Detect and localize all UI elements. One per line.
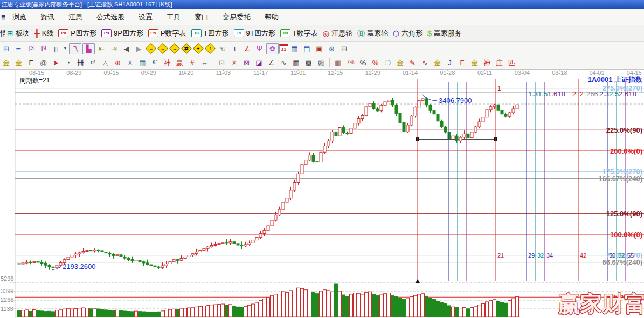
bars-9-icon[interactable]: ∥9 — [38, 44, 49, 54]
next-bar-icon[interactable]: ▶ — [133, 44, 144, 54]
spiral-icon[interactable]: @ — [38, 58, 49, 68]
pink-flower-icon[interactable]: ✿ — [266, 43, 279, 54]
gann-zigzag-icon[interactable]: 〽 — [69, 43, 81, 54]
gold-square-2-icon[interactable]: 金 — [13, 58, 24, 68]
diamond-left-icon[interactable]: ← — [146, 43, 156, 54]
prev-bar-icon[interactable]: ◀ — [121, 44, 132, 54]
p9-square-button[interactable]: P99P四方形 — [101, 29, 143, 38]
gann-wheel-button[interactable]: ◎江恩轮 — [323, 29, 352, 38]
tally-ruler-icon[interactable]: 卌 — [75, 58, 86, 68]
volume-bar — [157, 312, 161, 317]
menu-item-帮助[interactable]: 帮助 — [258, 12, 286, 22]
target-circle-icon[interactable]: ⊕ — [112, 58, 123, 68]
kline-panel-icon[interactable]: ⊞ — [1, 44, 12, 54]
angle-lines-icon[interactable]: ∠ — [266, 58, 277, 68]
n-squared-icon[interactable]: n² — [87, 58, 99, 68]
volume-bar — [259, 301, 262, 317]
menu-item-浏览[interactable]: 浏览 — [5, 12, 33, 22]
ratio-label-row: 266 — [586, 90, 598, 98]
print-icon[interactable]: ⊟ — [338, 44, 350, 54]
gold-square-1-icon[interactable]: 金 — [1, 58, 12, 68]
ying-tool-icon[interactable]: 赢 — [174, 58, 185, 68]
kline-button[interactable]: ╫K线 — [34, 29, 54, 38]
k-quote-icon[interactable]: K″ — [149, 58, 161, 68]
diamond-updown-icon[interactable]: ↕ — [205, 43, 216, 54]
menu-item-公式选股[interactable]: 公式选股 — [89, 12, 131, 22]
candle-style-icon[interactable]: ▯ — [50, 44, 61, 54]
menu-item-设置[interactable]: 设置 — [131, 12, 160, 22]
p-square-button[interactable]: P8P四方形 — [58, 29, 96, 38]
box-corner-icon[interactable]: ◪ — [253, 58, 265, 68]
red-wave-icon[interactable]: ∿ — [419, 58, 431, 68]
bars-3-icon[interactable]: ∥3 — [25, 44, 37, 54]
t-number-table-button[interactable]: TNT数字表 — [280, 29, 318, 38]
menu-item-交易委托[interactable]: 交易委托 — [216, 12, 258, 22]
sector-button[interactable]: ⊞板块 — [7, 29, 30, 38]
t-square-button[interactable]: T8T四方形 — [191, 29, 229, 38]
ruler-123-icon[interactable]: # — [186, 58, 198, 68]
f-ruler-icon[interactable]: F — [25, 58, 37, 68]
quote-list-icon[interactable]: ≣ — [13, 44, 24, 54]
t9-square-button[interactable]: T99T四方形 — [234, 29, 275, 38]
color-chart-icon[interactable]: ▙ — [82, 43, 95, 54]
diamond-leftright-icon[interactable]: ↔ — [169, 43, 180, 54]
radial-web-icon[interactable]: ✳ — [124, 58, 136, 68]
hexagon-button[interactable]: ⬡六角形 — [393, 29, 423, 38]
f-angle-icon[interactable]: F — [456, 58, 468, 68]
export-globe-icon[interactable]: ⊛ — [326, 44, 337, 54]
column-chart-icon[interactable]: ▥ — [333, 58, 344, 68]
p-number-table-button[interactable]: PNP数字表 — [148, 29, 186, 38]
grid-anchor-icon[interactable]: ⊡ — [216, 58, 227, 68]
gold-line-icon[interactable]: 金 — [394, 58, 406, 68]
diamond-right-icon[interactable]: → — [157, 43, 168, 54]
pink-fork-icon[interactable]: Ψ — [254, 44, 265, 54]
gold-angle-icon[interactable]: 金 — [469, 58, 480, 68]
volume-bar — [414, 295, 417, 317]
shen-angle-icon[interactable]: 神 — [481, 58, 493, 68]
menu-item-窗口[interactable]: 窗口 — [188, 12, 216, 22]
angle-measure-icon[interactable]: ∠ — [241, 44, 253, 54]
wave-line-icon[interactable]: ∿ — [278, 58, 289, 68]
notes-icon[interactable]: ▤ — [301, 44, 313, 54]
menu-item-工具[interactable]: 工具 — [160, 12, 188, 22]
mirror-triangle-icon[interactable]: △ — [100, 58, 111, 68]
grid-web-icon[interactable]: ▦ — [137, 58, 148, 68]
span-arrows-icon[interactable]: ⇔ — [199, 58, 210, 68]
hand-tool-icon[interactable]: ☜ — [217, 44, 228, 54]
dense-grid-2-icon[interactable]: ▩ — [303, 58, 314, 68]
menu-item-江恩[interactable]: 江恩 — [61, 12, 89, 22]
title-bar[interactable]: 江恩专业版[赢家内部服务平台] - [上证指数 SH1A0001-167日K线] — [0, 0, 644, 9]
rocket-icon[interactable]: ➤ — [50, 58, 61, 68]
menu-item-资讯[interactable]: 资讯 — [33, 12, 61, 22]
pi-angle-icon[interactable]: 匹 — [506, 58, 517, 68]
diamond-swap-icon[interactable]: ⇄ — [181, 43, 192, 54]
menu-system-icon[interactable]: ≣ — [1, 13, 5, 21]
dense-grid-icon[interactable]: ▦ — [290, 58, 302, 68]
shen-tool-icon[interactable]: 神 — [162, 58, 173, 68]
candle — [263, 230, 266, 233]
candle-style-caret-icon[interactable]: ▼ — [63, 44, 68, 54]
box-diagonals-icon[interactable]: ⊠ — [241, 58, 252, 68]
gold-box-icon[interactable]: 金 — [432, 58, 443, 68]
clock-circle-icon[interactable]: ◔ — [63, 58, 74, 68]
winner-wheel-button[interactable]: Ⓑ赢家轮 — [357, 29, 388, 38]
calculator-icon[interactable]: ▦ — [289, 44, 300, 54]
save-icon[interactable]: ▣ — [314, 44, 325, 54]
percent-line-icon[interactable]: % — [370, 58, 381, 68]
candle — [429, 105, 432, 110]
last-bar-icon[interactable]: ⇥ — [108, 44, 120, 54]
winner-service-button[interactable]: $赢家服务 — [427, 29, 462, 38]
zhuang-angle-icon[interactable]: 庄 — [494, 58, 505, 68]
fan-lines-icon[interactable]: ✳ — [228, 58, 240, 68]
red-pencil-icon[interactable]: ✎ — [407, 58, 418, 68]
volume-bar — [169, 309, 172, 317]
j-angle-icon[interactable]: J — [444, 58, 455, 68]
first-bar-icon[interactable]: ⇤ — [96, 44, 107, 54]
diamond-plus-icon[interactable]: + — [193, 43, 204, 54]
hatch-lines-icon[interactable]: ▨ — [315, 58, 327, 68]
seven-percent-icon[interactable]: 7% — [345, 58, 356, 68]
calendar-21-icon[interactable]: 21 — [279, 44, 288, 53]
coin-gray-icon[interactable]: ❍ — [382, 58, 393, 68]
crosshair-tool-icon[interactable]: + — [229, 44, 240, 54]
percent-icon[interactable]: % — [357, 58, 369, 68]
